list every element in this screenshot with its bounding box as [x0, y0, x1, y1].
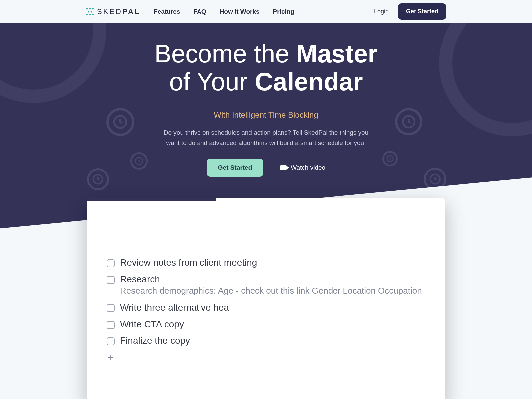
- nav-features[interactable]: Features: [154, 8, 180, 15]
- task-item[interactable]: Finalize the copy: [107, 335, 425, 346]
- task-detail: Write CTA copy: [120, 319, 184, 330]
- task-checkbox[interactable]: [107, 259, 115, 267]
- login-link[interactable]: Login: [374, 8, 389, 15]
- watch-video-label: Watch video: [291, 164, 325, 171]
- task-detail: Review notes from client meeting: [120, 257, 257, 268]
- task-checkbox[interactable]: [107, 304, 115, 312]
- task-checkbox[interactable]: [107, 321, 115, 329]
- task-item[interactable]: Review notes from client meeting: [107, 257, 425, 268]
- task-detail: Finalize the copy: [120, 335, 190, 346]
- svg-point-7: [92, 14, 94, 15]
- task-detail: Write three alternative hea: [120, 302, 230, 313]
- svg-point-5: [86, 14, 88, 15]
- watch-video-link[interactable]: Watch video: [280, 164, 325, 171]
- nav-pricing[interactable]: Pricing: [273, 8, 294, 15]
- hero-title: Become the Master of Your Calendar: [100, 39, 432, 96]
- task-card: Review notes from client meetingResearch…: [87, 198, 445, 399]
- task-subtext: Research demographics: Age - check out t…: [120, 286, 422, 296]
- task-item[interactable]: Write CTA copy: [107, 319, 425, 330]
- get-started-header-button[interactable]: Get Started: [398, 3, 446, 20]
- svg-point-4: [91, 11, 92, 12]
- task-label: Review notes from client meeting: [120, 257, 257, 268]
- task-checkbox[interactable]: [107, 337, 115, 345]
- task-label: Finalize the copy: [120, 335, 190, 346]
- header-right: Login Get Started: [374, 3, 446, 20]
- logo[interactable]: SKEDPAL: [86, 7, 140, 16]
- task-label: Research: [120, 274, 422, 285]
- main-nav: Features FAQ How It Works Pricing: [154, 8, 294, 15]
- video-camera-icon: [280, 165, 287, 170]
- hero-subtitle: With Intelligent Time Blocking: [0, 110, 532, 120]
- nav-faq[interactable]: FAQ: [194, 8, 206, 15]
- svg-point-0: [86, 8, 88, 9]
- task-item[interactable]: Write three alternative hea: [107, 302, 425, 313]
- svg-point-3: [88, 11, 89, 12]
- task-item[interactable]: ResearchResearch demographics: Age - che…: [107, 274, 425, 296]
- task-detail: ResearchResearch demographics: Age - che…: [120, 274, 422, 296]
- hero-cta-row: Get Started Watch video: [0, 159, 532, 177]
- hero-description: Do you thrive on schedules and action pl…: [163, 128, 369, 148]
- task-card-tab: [87, 198, 216, 201]
- task-checkbox[interactable]: [107, 276, 115, 284]
- nav-how-it-works[interactable]: How It Works: [220, 8, 260, 15]
- decorative-arc: [0, 23, 106, 103]
- task-label: Write three alternative hea: [120, 302, 230, 313]
- svg-point-1: [89, 8, 91, 9]
- get-started-hero-button[interactable]: Get Started: [207, 159, 263, 177]
- logo-text: SKEDPAL: [97, 7, 140, 16]
- svg-point-6: [89, 14, 91, 15]
- logo-icon: [86, 7, 94, 16]
- svg-point-2: [92, 8, 94, 9]
- task-label: Write CTA copy: [120, 319, 184, 330]
- task-list: Review notes from client meetingResearch…: [107, 257, 425, 346]
- site-header: SKEDPAL Features FAQ How It Works Pricin…: [0, 0, 532, 23]
- add-task-button[interactable]: +: [107, 352, 425, 363]
